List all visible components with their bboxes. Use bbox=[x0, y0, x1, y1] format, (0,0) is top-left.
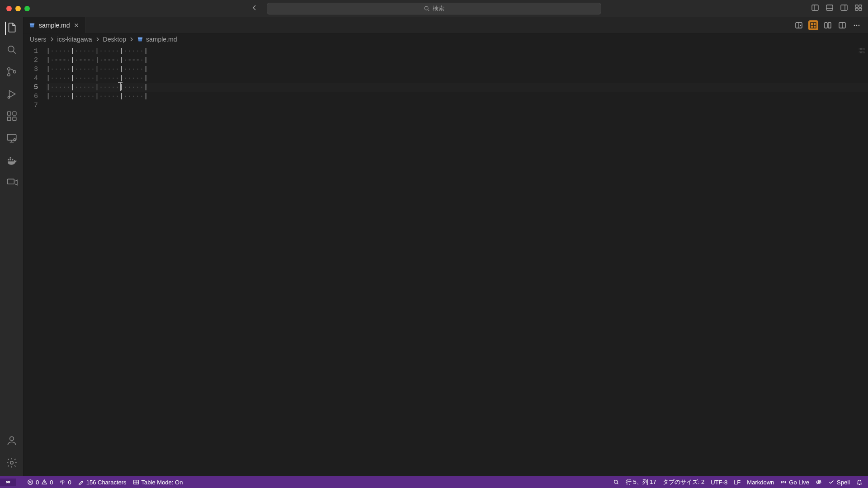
svg-rect-9 bbox=[855, 8, 858, 10]
ports-button[interactable]: 0 bbox=[59, 479, 71, 486]
feedback-button[interactable] bbox=[613, 479, 619, 485]
customize-layout-button[interactable] bbox=[854, 4, 863, 13]
live-share-activity[interactable] bbox=[6, 177, 18, 190]
activity-bar bbox=[0, 17, 24, 476]
editor-body[interactable]: nnnnnnnn 1 2 3 4 5 6 7 |·····|·····|····… bbox=[24, 45, 868, 476]
svg-point-12 bbox=[7, 68, 9, 70]
svg-point-24 bbox=[10, 461, 13, 465]
close-tab-icon[interactable] bbox=[73, 22, 80, 28]
breadcrumb-segment[interactable]: Users bbox=[30, 36, 47, 43]
breadcrumb-segment[interactable]: ics-kitagawa bbox=[57, 36, 92, 43]
warning-icon bbox=[41, 479, 47, 485]
command-center-search[interactable]: 検索 bbox=[267, 3, 601, 14]
settings-gear-button[interactable] bbox=[6, 457, 18, 470]
svg-point-44 bbox=[783, 481, 785, 483]
statusbar-left: 0 0 0 156 Characters Table Mode: On bbox=[0, 479, 183, 486]
svg-point-13 bbox=[7, 74, 9, 76]
maximize-window-button[interactable] bbox=[24, 6, 30, 11]
svg-point-14 bbox=[13, 70, 15, 73]
broadcast-icon bbox=[780, 479, 787, 485]
search activity[interactable] bbox=[6, 44, 18, 57]
table-mode-button[interactable]: Table Mode: On bbox=[133, 479, 183, 486]
line-number: 4 bbox=[24, 74, 38, 83]
code-line[interactable]: |·····|·····|·····|·····| bbox=[46, 83, 868, 92]
source-control-activity[interactable] bbox=[6, 66, 18, 79]
svg-point-0 bbox=[425, 6, 428, 10]
chevron-right-icon bbox=[49, 37, 55, 42]
svg-point-27 bbox=[800, 24, 801, 25]
eol-label: LF bbox=[734, 479, 741, 486]
problems-button[interactable]: 0 0 bbox=[27, 479, 53, 486]
code-line[interactable]: |·····|·····|·····|·····| bbox=[46, 65, 868, 74]
svg-point-15 bbox=[8, 96, 9, 98]
svg-rect-3 bbox=[826, 5, 833, 10]
code-line[interactable]: |·····|·····|·····|·····| bbox=[46, 47, 868, 56]
toggle-secondary-sidebar-button[interactable] bbox=[840, 4, 848, 13]
code-line[interactable]: |·····|·····|·····|·····| bbox=[46, 74, 868, 83]
code-line[interactable]: |·---·|·---·|·---·|·---·| bbox=[46, 56, 868, 65]
breadcrumb-segment[interactable]: Desktop bbox=[103, 36, 126, 43]
eye-off-icon bbox=[816, 479, 822, 485]
chevron-right-icon bbox=[129, 37, 134, 42]
character-count[interactable]: 156 Characters bbox=[78, 479, 127, 486]
more-actions-button[interactable] bbox=[852, 20, 862, 30]
open-changes-button[interactable] bbox=[823, 20, 833, 30]
line-number: 6 bbox=[24, 92, 38, 101]
markdown-table-mode-button[interactable] bbox=[808, 20, 818, 30]
language-label: Markdown bbox=[747, 479, 774, 486]
breadcrumb[interactable]: Users ics-kitagawa Desktop sample.md bbox=[24, 33, 868, 45]
svg-rect-32 bbox=[828, 23, 831, 28]
editor-region: sample.md Users ics-kitagawa Desktop sam… bbox=[24, 17, 868, 476]
editor-actions bbox=[794, 17, 868, 33]
line-number: 7 bbox=[24, 101, 38, 110]
line-number: 1 bbox=[24, 47, 38, 56]
minimize-window-button[interactable] bbox=[15, 6, 21, 11]
notifications-button[interactable] bbox=[856, 479, 863, 485]
toggle-panel-button[interactable] bbox=[826, 4, 834, 13]
go-live-button[interactable]: Go Live bbox=[780, 479, 809, 486]
tab-label: sample.md bbox=[39, 22, 70, 29]
markdown-file-icon bbox=[29, 22, 35, 28]
remote-explorer-activity[interactable] bbox=[6, 132, 18, 145]
eol-button[interactable]: LF bbox=[734, 479, 741, 486]
cursor-position-button[interactable]: 行 5、列 17 bbox=[626, 478, 656, 486]
extensions-activity[interactable] bbox=[6, 110, 18, 123]
svg-point-39 bbox=[62, 481, 63, 482]
table-mode-label: Table Mode: On bbox=[142, 479, 183, 486]
check-icon bbox=[828, 479, 835, 485]
language-mode-button[interactable]: Markdown bbox=[747, 479, 774, 486]
code-line[interactable]: |·····|·····|·····|·····| bbox=[46, 92, 868, 101]
breadcrumb-file[interactable]: sample.md bbox=[146, 36, 177, 43]
explorer-activity[interactable] bbox=[5, 22, 18, 35]
svg-point-36 bbox=[856, 24, 858, 26]
nav-back-button[interactable] bbox=[251, 4, 258, 13]
code-area[interactable]: |·····|·····|·····|·····| |·---·|·---·|·… bbox=[46, 45, 868, 476]
docker-activity[interactable] bbox=[6, 155, 18, 168]
spell-check-button[interactable]: Spell bbox=[828, 479, 850, 486]
run-debug-activity[interactable] bbox=[6, 88, 18, 101]
statusbar-right: 行 5、列 17 タブのサイズ: 2 UTF-8 LF Markdown Go … bbox=[613, 478, 868, 486]
indentation-button[interactable]: タブのサイズ: 2 bbox=[663, 478, 704, 486]
errors-count: 0 bbox=[36, 479, 39, 486]
svg-point-11 bbox=[8, 46, 14, 52]
toggle-primary-sidebar-button[interactable] bbox=[811, 4, 819, 13]
radio-tower-icon bbox=[59, 479, 66, 485]
search-icon bbox=[613, 479, 619, 485]
open-preview-side-button[interactable] bbox=[794, 20, 804, 30]
svg-rect-20 bbox=[7, 134, 16, 140]
tab-sample-md[interactable]: sample.md bbox=[24, 17, 85, 33]
line-gutter: 1 2 3 4 5 6 7 bbox=[24, 45, 46, 476]
eye-toggle-button[interactable] bbox=[816, 479, 822, 485]
editor-tabs: sample.md bbox=[24, 17, 868, 33]
split-editor-button[interactable] bbox=[837, 20, 847, 30]
table-icon bbox=[133, 479, 139, 485]
indentation-label: タブのサイズ: 2 bbox=[663, 478, 704, 486]
encoding-button[interactable]: UTF-8 bbox=[711, 479, 727, 486]
pencil-icon bbox=[78, 479, 84, 485]
remote-window-button[interactable] bbox=[0, 479, 16, 486]
svg-point-43 bbox=[614, 480, 618, 483]
warnings-count: 0 bbox=[50, 479, 53, 486]
close-window-button[interactable] bbox=[6, 6, 12, 11]
accounts-button[interactable] bbox=[6, 435, 18, 448]
markdown-file-icon bbox=[137, 36, 143, 42]
